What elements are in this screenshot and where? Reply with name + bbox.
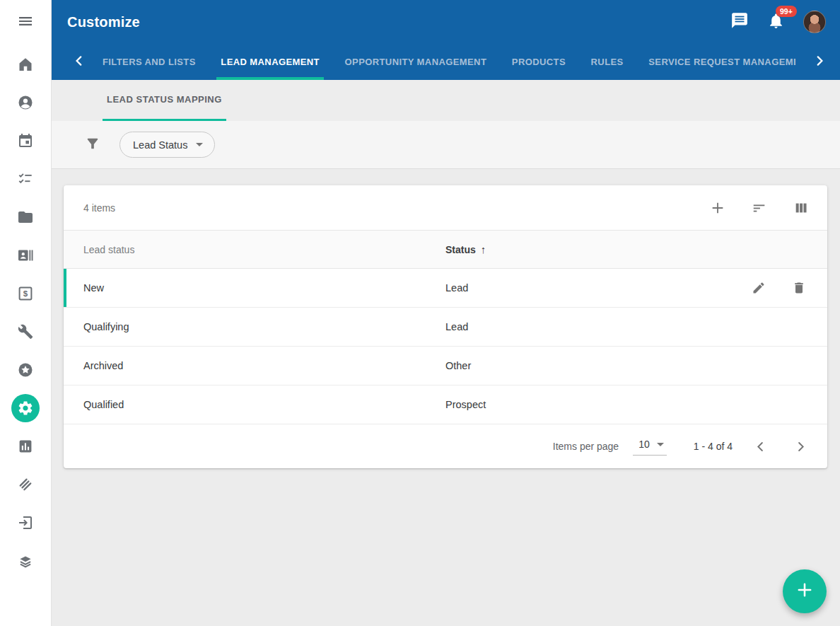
sidebar-item-deals[interactable] <box>0 465 51 504</box>
subtab-lead-status-mapping[interactable]: LEAD STATUS MAPPING <box>103 80 226 121</box>
appbar-actions: 99+ <box>730 11 826 33</box>
filter-funnel-icon <box>85 136 100 154</box>
filter-bar: Lead Status <box>52 121 840 169</box>
sidebar-item-tasks[interactable] <box>0 160 51 198</box>
tabs-scroll-left-button[interactable] <box>69 44 90 80</box>
lead-status-mapping-card: 4 items Lead status <box>64 185 827 468</box>
add-fab-button[interactable] <box>783 569 827 613</box>
tabs-scroll-right-button[interactable] <box>809 44 830 80</box>
sidebar-item-reports[interactable] <box>0 427 51 465</box>
account-circle-icon <box>17 94 34 111</box>
lead-status-filter-chip[interactable]: Lead Status <box>119 132 215 158</box>
tab-lead-management[interactable]: LEAD MANAGEMENT <box>216 44 324 80</box>
sidebar-item-calendar[interactable] <box>0 122 51 160</box>
chip-label: Lead Status <box>133 139 187 151</box>
page-size-select[interactable]: 10 <box>633 437 667 456</box>
card-toolbar <box>710 200 809 216</box>
edit-button[interactable] <box>752 281 766 295</box>
checklist-icon <box>17 170 34 187</box>
sort-button[interactable] <box>752 200 767 216</box>
chevron-right-icon <box>813 54 826 70</box>
dollar-document-icon: $ <box>17 285 34 302</box>
delete-button[interactable] <box>792 281 806 295</box>
tab-opportunity-management[interactable]: OPPORTUNITY MANAGEMENT <box>341 44 491 80</box>
calendar-icon <box>17 132 34 149</box>
sidebar-item-featured[interactable] <box>0 351 51 389</box>
cell-status: Prospect <box>445 399 827 410</box>
chevron-left-icon <box>73 54 86 70</box>
sidebar-item-settings-active[interactable] <box>0 389 51 427</box>
page-title: Customize <box>67 14 140 30</box>
cell-lead-status: Qualified <box>64 399 445 410</box>
app-bar: Customize 99+ <box>52 0 840 44</box>
sidebar-item-billing[interactable]: $ <box>0 274 51 313</box>
sidebar-item-layers[interactable] <box>0 542 51 580</box>
hamburger-icon <box>17 13 34 33</box>
gear-icon <box>11 394 40 422</box>
cell-lead-status: Archived <box>64 360 445 371</box>
add-item-button[interactable] <box>710 200 725 216</box>
cell-status: Lead <box>445 321 827 332</box>
chat-icon <box>730 11 749 33</box>
table-header: Lead status Status ↑ <box>64 231 827 269</box>
cell-lead-status: New <box>64 282 445 294</box>
content-area: 4 items Lead status <box>52 169 840 626</box>
handshake-icon <box>17 476 34 493</box>
sort-ascending-icon: ↑ <box>481 243 486 255</box>
wrench-icon <box>17 323 34 340</box>
row-actions <box>752 281 827 295</box>
sidebar-item-tools[interactable] <box>0 313 51 351</box>
chevron-down-icon <box>657 443 664 446</box>
chevron-down-icon <box>196 143 203 146</box>
pagination: Items per page 10 1 - 4 of 4 <box>64 424 827 468</box>
items-per-page-label: Items per page <box>553 441 619 452</box>
sidebar: $ <box>0 0 52 626</box>
app-root: $ <box>0 0 840 626</box>
notifications-button[interactable]: 99+ <box>767 12 785 33</box>
layers-icon <box>17 552 34 569</box>
sub-tab-bar: LEAD STATUS MAPPING <box>52 80 840 121</box>
column-header-status[interactable]: Status ↑ <box>445 243 486 255</box>
exit-to-app-icon <box>17 514 34 531</box>
sidebar-item-account[interactable] <box>0 83 51 122</box>
column-header-lead-status[interactable]: Lead status <box>83 244 134 255</box>
next-page-button[interactable] <box>791 437 810 456</box>
cell-status: Lead <box>445 282 752 294</box>
pager-nav <box>751 437 810 456</box>
star-circle-icon <box>17 361 34 378</box>
contact-card-icon <box>17 247 34 264</box>
items-count: 4 items <box>83 202 115 214</box>
folder-icon <box>17 209 34 226</box>
cell-lead-status: Qualifying <box>64 321 445 332</box>
tab-list: FILTERS AND LISTS LEAD MANAGEMENT OPPORT… <box>90 44 809 80</box>
tab-filters-and-lists[interactable]: FILTERS AND LISTS <box>98 44 200 80</box>
svg-text:$: $ <box>23 289 28 298</box>
table-row[interactable]: Qualified Prospect <box>64 386 827 424</box>
previous-page-button[interactable] <box>751 437 770 456</box>
table-row[interactable]: Archived Other <box>64 347 827 386</box>
sidebar-item-home[interactable] <box>0 45 51 83</box>
sidebar-item-contacts[interactable] <box>0 236 51 274</box>
sidebar-item-folder[interactable] <box>0 198 51 236</box>
home-icon <box>17 56 34 73</box>
bar-chart-icon <box>17 438 34 455</box>
notification-badge: 99+ <box>776 6 797 18</box>
sidebar-item-exit[interactable] <box>0 504 51 542</box>
tab-products[interactable]: PRODUCTS <box>508 44 570 80</box>
tab-service-request-management[interactable]: SERVICE REQUEST MANAGEMI <box>644 44 800 80</box>
menu-button[interactable] <box>0 0 51 45</box>
page-range: 1 - 4 of 4 <box>694 441 733 452</box>
plus-icon <box>795 580 815 603</box>
tab-bar: FILTERS AND LISTS LEAD MANAGEMENT OPPORT… <box>52 44 840 80</box>
chat-button[interactable] <box>730 11 749 33</box>
main-area: Customize 99+ <box>52 0 840 626</box>
avatar[interactable] <box>803 11 826 33</box>
table-row[interactable]: New Lead <box>64 269 827 308</box>
card-header: 4 items <box>64 185 827 231</box>
cell-status: Other <box>445 360 827 371</box>
table-row[interactable]: Qualifying Lead <box>64 308 827 347</box>
tab-rules[interactable]: RULES <box>587 44 628 80</box>
columns-button[interactable] <box>793 200 809 216</box>
